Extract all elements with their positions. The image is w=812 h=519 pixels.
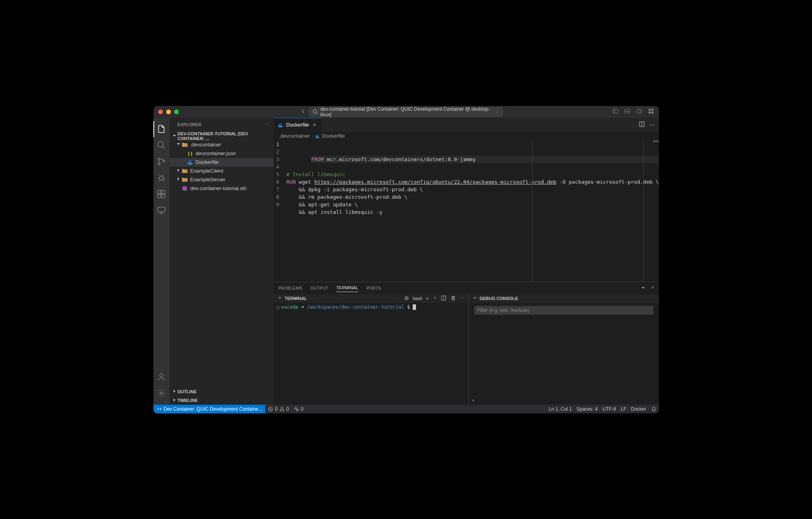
breadcrumb-item[interactable]: .devcontainer	[279, 133, 310, 139]
folder-icon	[182, 142, 188, 148]
sidebar-more-button[interactable]: ⋯	[264, 122, 269, 127]
svg-point-11	[158, 142, 163, 147]
status-cursor-position[interactable]: Ln 1, Col 1	[546, 406, 574, 412]
panel-close-button[interactable]: ×	[651, 285, 654, 291]
toggle-panel-button[interactable]	[624, 108, 630, 115]
docker-icon	[187, 159, 193, 165]
svg-rect-9	[649, 111, 651, 113]
tree-item-label: dev-container-tutorial.sln	[190, 185, 247, 191]
prompt-path: /workspaces/dev-container-tutorial	[307, 304, 404, 310]
editor-actions: ⋯	[639, 118, 659, 132]
split-editor-button[interactable]	[639, 121, 645, 129]
status-problems[interactable]: 0 0	[265, 406, 291, 412]
svg-point-14	[163, 160, 165, 162]
terminal[interactable]: ○vscode ➜ /workspaces/dev-container-tuto…	[274, 303, 468, 405]
activity-explorer[interactable]	[153, 121, 170, 137]
activity-source-control[interactable]	[153, 154, 170, 170]
chevron-down-icon	[473, 296, 477, 301]
chevron-down-icon	[175, 141, 182, 148]
activity-settings[interactable]	[153, 385, 170, 402]
command-center[interactable]: dev-container-tutorial [Dev Container: Q…	[309, 107, 503, 117]
tree-folder[interactable]: ExampleClient	[170, 167, 274, 175]
svg-rect-37	[318, 136, 318, 136]
project-name: DEV-CONTAINER-TUTORIAL [DEV CONTAINER: .…	[178, 131, 274, 141]
minimap[interactable]	[653, 140, 659, 142]
svg-point-0	[313, 110, 317, 113]
ports-icon	[294, 406, 299, 412]
close-window-button[interactable]	[158, 110, 163, 114]
minimize-window-button[interactable]	[166, 110, 171, 114]
svg-rect-23	[188, 162, 189, 163]
titlebar: dev-container-tutorial [Dev Container: Q…	[153, 106, 659, 118]
svg-rect-27	[190, 161, 191, 161]
svg-rect-35	[316, 136, 316, 136]
status-notifications[interactable]	[649, 406, 659, 412]
kill-terminal-button[interactable]	[450, 295, 456, 302]
tree-item-label: Dockerfile	[196, 159, 219, 165]
panel-tab-output[interactable]: OUTPUT	[310, 284, 328, 292]
panel-tabs: PROBLEMS OUTPUT TERMINAL PORTS ×	[274, 282, 659, 294]
status-remote[interactable]: Dev Container: QUIC Development Containe…	[153, 405, 266, 413]
toggle-primary-sidebar-button[interactable]	[612, 108, 619, 115]
panel-maximize-button[interactable]	[640, 285, 646, 291]
outline-section[interactable]: OUTLINE	[170, 387, 274, 396]
customize-layout-button[interactable]	[648, 108, 654, 115]
tab-dockerfile[interactable]: Dockerfile ×	[274, 118, 322, 132]
status-ports[interactable]: 0	[291, 406, 306, 412]
titlebar-layout-controls	[612, 108, 654, 115]
code-content[interactable]: FROM mcr.microsoft.com/devcontainers/dot…	[286, 140, 659, 282]
debug-filter-input[interactable]	[474, 306, 653, 315]
close-tab-button[interactable]: ×	[311, 122, 318, 128]
activity-extensions[interactable]	[153, 186, 170, 202]
chevron-right-icon	[171, 388, 178, 395]
nav-back-button[interactable]	[300, 108, 306, 115]
svg-rect-18	[162, 194, 165, 198]
status-encoding[interactable]: UTF-8	[600, 406, 618, 412]
folder-icon	[182, 177, 188, 183]
tree-file[interactable]: { }devcontainer.json	[170, 149, 274, 158]
toggle-secondary-sidebar-button[interactable]	[636, 108, 642, 115]
svg-point-15	[159, 176, 163, 180]
tree-file[interactable]: Dockerfile	[170, 158, 274, 167]
activity-remote-explorer[interactable]	[153, 202, 170, 219]
chevron-right-icon	[175, 176, 182, 183]
status-indentation[interactable]: Spaces: 4	[574, 406, 600, 412]
panel-tab-ports[interactable]: PORTS	[366, 284, 381, 292]
activity-accounts[interactable]	[153, 369, 170, 385]
timeline-section[interactable]: TIMELINE	[170, 396, 274, 405]
sln-icon	[182, 185, 188, 192]
debug-repl-prompt[interactable]: ›	[469, 396, 659, 405]
terminal-shell-name[interactable]: bash	[413, 296, 422, 301]
terminal-cursor	[413, 304, 416, 310]
terminal-more-button[interactable]: ⋯	[460, 296, 464, 301]
status-eol[interactable]: LF	[618, 406, 628, 412]
breadcrumb-item[interactable]: Dockerfile	[322, 133, 345, 139]
panel-tab-terminal[interactable]: TERMINAL	[336, 284, 358, 292]
tree-item-label: ExampleServer	[190, 177, 226, 183]
docker-icon	[315, 133, 320, 139]
prompt-circle-icon: ○	[277, 304, 280, 310]
maximize-window-button[interactable]	[174, 110, 179, 114]
panel-tab-problems[interactable]: PROBLEMS	[278, 284, 303, 292]
code-editor[interactable]: 123456789 FROM mcr.microsoft.com/devcont…	[274, 140, 659, 282]
tree-file[interactable]: dev-container-tutorial.sln	[170, 184, 274, 193]
more-actions-button[interactable]: ⋯	[650, 122, 655, 128]
project-header[interactable]: DEV-CONTAINER-TUTORIAL [DEV CONTAINER: .…	[170, 132, 274, 140]
command-center-text: dev-container-tutorial [Dev Container: Q…	[320, 106, 500, 117]
tree-item-label: .devcontainer	[190, 142, 221, 148]
new-terminal-button[interactable]: +	[426, 296, 429, 301]
tree-folder[interactable]: .devcontainer	[170, 140, 274, 149]
activity-run-debug[interactable]	[153, 170, 170, 186]
svg-rect-31	[280, 123, 280, 124]
tree-folder[interactable]: ExampleServer	[170, 175, 274, 184]
terminal-dropdown-button[interactable]	[433, 296, 437, 301]
split-terminal-button[interactable]	[441, 295, 446, 302]
tree-item-label: ExampleClient	[190, 168, 224, 174]
svg-rect-5	[637, 109, 642, 113]
sidebar: EXPLORER ⋯ DEV-CONTAINER-TUTORIAL [DEV C…	[170, 118, 274, 405]
breadcrumbs[interactable]: .devcontainer › Dockerfile	[274, 132, 659, 140]
svg-rect-36	[316, 136, 317, 136]
status-language[interactable]: Docker	[628, 406, 648, 412]
svg-rect-26	[189, 161, 190, 161]
activity-search[interactable]	[153, 137, 170, 154]
